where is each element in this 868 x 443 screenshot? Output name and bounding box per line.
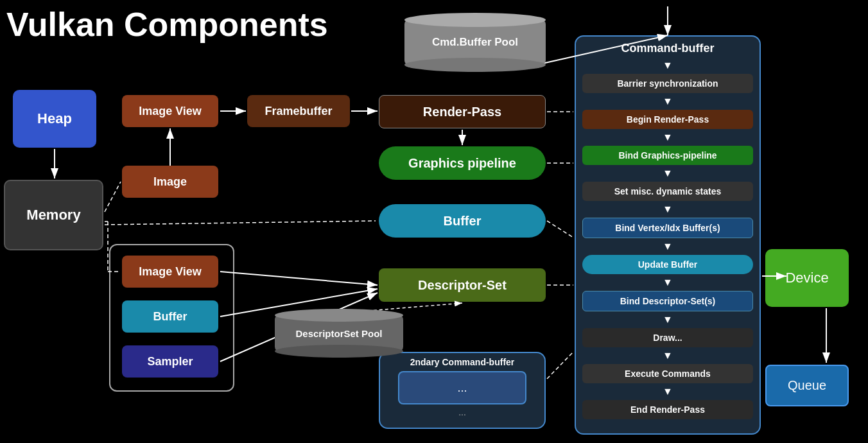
buffer-main-box: Buffer <box>379 204 546 238</box>
queue-box: Queue <box>765 365 849 406</box>
cmdbuffer-pool-label: Cmd.Buffer Pool <box>432 36 518 49</box>
command-buffer-panel: Command-buffer ▼ Barrier synchronization… <box>575 35 761 435</box>
descriptor-set-box: Descriptor-Set <box>379 268 546 302</box>
imageview-bottom-box: Image View <box>122 256 218 288</box>
renderpass-box: Render-Pass <box>379 95 546 128</box>
cmd-item-update-buf: Update Buffer <box>582 255 753 274</box>
cmd-item-end-rp: End Render-Pass <box>582 400 753 419</box>
memory-box: Memory <box>4 180 103 250</box>
cmd-arrow-9: ▼ <box>576 386 759 397</box>
cmd-arrow-5: ▼ <box>576 241 759 252</box>
cmd-item-barrier: Barrier synchronization <box>582 74 753 93</box>
secondary-cmdbuf-inner: ... <box>398 371 526 404</box>
secondary-cmdbuf-box: 2ndary Command-buffer ... ... <box>379 352 546 429</box>
cmd-arrow-1: ▼ <box>576 96 759 107</box>
cmd-item-dynamic-states: Set misc. dynamic states <box>582 182 753 201</box>
cmd-item-bind-gfx: Bind Graphics-pipeline <box>582 146 753 165</box>
cmd-item-draw: Draw... <box>582 328 753 347</box>
secondary-cmdbuf-title: 2ndary Command-buffer <box>410 357 515 367</box>
imageview-top-box: Image View <box>122 95 218 127</box>
cmd-item-bind-desc: Bind Descriptor-Set(s) <box>582 291 753 311</box>
cmd-arrow-3: ▼ <box>576 168 759 179</box>
cmd-arrow-2: ▼ <box>576 132 759 143</box>
secondary-cmdbuf-dots: ... <box>458 407 466 417</box>
svg-line-3 <box>105 182 121 212</box>
buffer-bottom-box: Buffer <box>122 300 218 333</box>
heap-box: Heap <box>13 90 96 148</box>
cmdbuffer-pool-cylinder: Cmd.Buffer Pool <box>404 19 546 65</box>
cmd-arrow-8: ▼ <box>576 350 759 361</box>
page-title: Vulkan Components <box>6 5 328 44</box>
command-buffer-title: Command-buffer <box>576 37 759 59</box>
cmd-arrow-7: ▼ <box>576 314 759 326</box>
cmd-arrow-6: ▼ <box>576 277 759 288</box>
device-box: Device <box>765 249 849 307</box>
graphics-pipeline-box: Graphics pipeline <box>379 146 546 180</box>
cmd-item-exec: Execute Commands <box>582 364 753 383</box>
descriptorset-pool-label: DescriptorSet Pool <box>295 328 382 339</box>
cmd-arrow-0: ▼ <box>576 60 759 71</box>
svg-line-15 <box>547 221 573 238</box>
svg-line-17 <box>220 272 378 285</box>
framebuffer-box: Framebuffer <box>247 95 350 127</box>
svg-line-7 <box>105 221 376 225</box>
cmd-item-bind-vertex: Bind Vertex/Idx Buffer(s) <box>582 218 753 238</box>
sampler-box: Sampler <box>122 345 218 378</box>
image-box: Image <box>122 166 218 198</box>
svg-line-21 <box>547 352 573 379</box>
cmd-arrow-4: ▼ <box>576 204 759 215</box>
cmd-item-begin-rp: Begin Render-Pass <box>582 110 753 129</box>
descriptorset-pool-cylinder: DescriptorSet Pool <box>275 315 403 352</box>
